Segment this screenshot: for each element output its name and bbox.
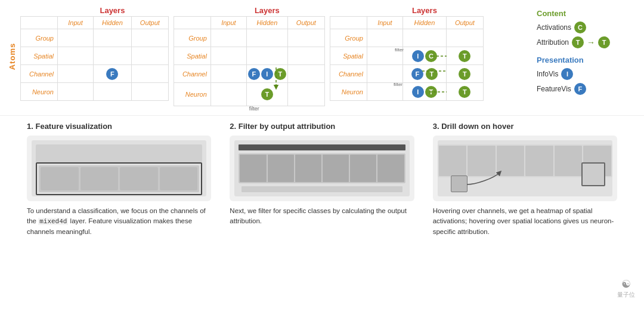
cell-n-i-2 xyxy=(210,83,246,106)
cell-g-h-1 xyxy=(93,29,131,47)
arrow-right-content: → xyxy=(587,38,595,47)
step-1-number: 1. xyxy=(27,122,35,131)
row-channel-1: Channel xyxy=(21,65,58,83)
attribution-label: Attribution xyxy=(537,38,569,47)
step-3-label: Drill down on hover xyxy=(441,122,513,131)
step-3-title: 3. Drill down on hover xyxy=(433,122,617,131)
step-1-screenshot xyxy=(27,136,211,201)
col-output-3: Output xyxy=(446,17,483,29)
step-1-title: 1. Feature visualization xyxy=(27,122,211,131)
grid-2: Layers Input Hidden Output xyxy=(174,6,325,106)
grid-table-1: Input Hidden Output Group xyxy=(20,16,169,101)
row-neuron-3: Neuron xyxy=(330,83,367,101)
cell-s-i-1 xyxy=(57,47,93,65)
badge-t-output-neuron-3: T xyxy=(459,86,470,98)
cell-c-h-1: F xyxy=(93,65,131,83)
col-hidden-3: Hidden xyxy=(402,17,446,29)
badge-i-spatial-3: I xyxy=(412,50,424,62)
col-input-2: Input xyxy=(210,17,246,29)
row-group-1: Group xyxy=(21,29,58,47)
badge-i-2: I xyxy=(261,68,273,80)
infovis-row: InfoVis I xyxy=(537,68,626,80)
cell-g-h-2 xyxy=(246,29,287,47)
watermark: ☯ 量子位 xyxy=(617,278,635,299)
row-spatial-3: Spatial xyxy=(330,47,367,65)
cell-s-h-1 xyxy=(93,47,131,65)
badge-t-spatial-3: T xyxy=(459,50,470,62)
badge-t-content-left: T xyxy=(572,36,584,48)
layers-title-2: Layers xyxy=(174,6,325,15)
grid-table-3: Input Hidden Output Group xyxy=(330,16,484,101)
cell-n-i-1 xyxy=(57,83,93,101)
infovis-label: InfoVis xyxy=(537,70,558,78)
col-hidden-2: Hidden xyxy=(246,17,287,29)
step-3-number: 3. xyxy=(433,122,441,131)
col-hidden-1: Hidden xyxy=(93,17,131,29)
step-2-desc: Next, we filter for specific classes by … xyxy=(230,206,414,227)
cell-g-i-1 xyxy=(57,29,93,47)
badge-c-content: C xyxy=(574,21,586,33)
badge-t-output-channel-3: T xyxy=(459,68,470,80)
attribution-row: Attribution T → T xyxy=(537,36,626,48)
grids-section: Layers Input Hidden Output xyxy=(20,6,484,106)
step-2: 2. Filter by output attribution Next, we… xyxy=(221,122,423,237)
cell-n-o-2 xyxy=(287,83,324,106)
row-channel-3: Channel xyxy=(330,65,367,83)
row-spatial-1: Spatial xyxy=(21,47,58,65)
cell-s-h-3: filter xyxy=(402,47,446,65)
row-group-3: Group xyxy=(330,29,367,47)
cell-n-o-3: T xyxy=(446,83,483,101)
row-neuron-2: Neuron xyxy=(174,83,210,106)
bottom-section: 1. Feature visualization To understand a… xyxy=(0,115,644,243)
grid-1: Layers Input Hidden Output xyxy=(20,6,169,106)
badge-f-1: F xyxy=(106,68,118,80)
arrow-svg-2 xyxy=(273,64,309,82)
step-1: 1. Feature visualization To understand a… xyxy=(18,122,221,237)
cell-c-i-3 xyxy=(367,65,402,83)
badge-i-neuron-3: I xyxy=(412,86,424,98)
cell-c-i-1 xyxy=(57,65,93,83)
cell-g-i-3 xyxy=(367,29,402,47)
cell-s-o-3: T xyxy=(446,47,483,65)
step-2-label: Filter by output attribution xyxy=(239,122,335,131)
layers-title-1: Layers xyxy=(20,6,169,15)
row-spatial-2: Spatial xyxy=(174,47,210,65)
step-1-desc: To understand a classification, we focus… xyxy=(27,206,211,237)
step-2-title: 2. Filter by output attribution xyxy=(230,122,414,131)
badge-i-presentation: I xyxy=(561,68,573,80)
step-2-screenshot xyxy=(230,136,414,201)
atoms-label: Atoms xyxy=(8,42,17,69)
cell-c-h-3: F T xyxy=(402,65,446,83)
cell-g-h-3 xyxy=(402,29,446,47)
filter-label-neuron-3: filter xyxy=(394,82,402,87)
cell-s-h-2 xyxy=(246,47,287,65)
row-channel-2: Channel xyxy=(174,65,210,83)
cell-n-h-2: filter T xyxy=(246,83,287,106)
badge-f-presentation: F xyxy=(574,83,586,95)
featurevis-label: FeatureVis xyxy=(537,85,571,93)
activations-row: Activations C xyxy=(537,21,626,33)
grid-table-2: Input Hidden Output Group xyxy=(174,16,325,106)
step-3-desc: Hovering over channels, we get a heatmap… xyxy=(433,206,617,237)
cell-s-o-2 xyxy=(287,47,324,65)
step-1-label: Feature visualization xyxy=(35,122,112,131)
cell-g-i-2 xyxy=(210,29,246,47)
cell-c-i-2 xyxy=(210,65,246,83)
badge-f-channel-3: F xyxy=(411,68,423,80)
content-heading: Content xyxy=(537,9,626,18)
badge-f-2: F xyxy=(248,68,260,80)
step-3-screenshot xyxy=(433,136,617,201)
step-3-arrow-svg xyxy=(464,167,506,190)
col-output-1: Output xyxy=(131,17,168,29)
filter-label-2: filter xyxy=(249,106,259,112)
col-input-1: Input xyxy=(57,17,93,29)
right-panel: Content Activations C Attribution T → T … xyxy=(525,6,626,106)
step-3: 3. Drill down on hover xyxy=(424,122,626,237)
cell-s-o-1 xyxy=(131,47,168,65)
grid-3: Layers Input Hidden Output xyxy=(330,6,484,106)
step-1-code: mixed4d xyxy=(38,218,68,225)
badge-t-content-right: T xyxy=(598,36,610,48)
cell-c-o-1 xyxy=(131,65,168,83)
featurevis-row: FeatureVis F xyxy=(537,83,626,95)
row-neuron-1: Neuron xyxy=(21,83,58,101)
